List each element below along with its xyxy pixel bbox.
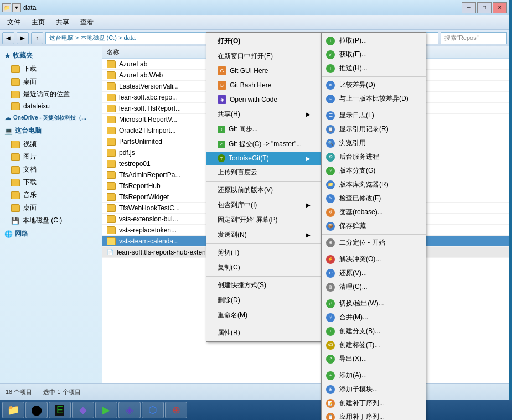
taskbar-red[interactable]: ⊕ bbox=[165, 402, 187, 418]
log-icon: ☰ bbox=[326, 111, 335, 120]
sub-daemon[interactable]: ⚙ 后台服务进程 bbox=[322, 150, 426, 164]
sub-check-modified[interactable]: ✎ 检查已修改(F) bbox=[322, 191, 426, 205]
sub-switch[interactable]: ⇄ 切换/检出(W)... bbox=[322, 297, 426, 310]
ctx-send-to[interactable]: 发送到(N) ▶ bbox=[206, 227, 322, 242]
sub-clean[interactable]: 🗑 清理(C)... bbox=[322, 280, 426, 294]
folder-icon bbox=[107, 71, 116, 79]
ctx-open-new-window[interactable]: 在新窗口中打开(E) bbox=[206, 49, 322, 64]
close-button[interactable]: ✕ bbox=[493, 2, 507, 13]
ctx-cut[interactable]: 剪切(T) bbox=[206, 245, 322, 260]
ctx-rename[interactable]: 重命名(M) bbox=[206, 308, 322, 323]
sub-label: 显示引用记录(R) bbox=[339, 125, 389, 134]
branch-icon: ⑂ bbox=[326, 167, 335, 175]
sub-format-patch[interactable]: 📝 创建补丁序列... bbox=[322, 396, 426, 410]
sidebar-section-thispc[interactable]: 💻 这台电脑 bbox=[0, 124, 102, 138]
sidebar-section-favorites[interactable]: ★ 收藏夹 bbox=[0, 49, 102, 63]
sub-bisect-start[interactable]: ⊕ 二分定位 - 开始 bbox=[322, 236, 426, 250]
sidebar-item-music[interactable]: 音乐 bbox=[0, 189, 102, 201]
sidebar-item-documents[interactable]: 文档 bbox=[0, 163, 102, 176]
sidebar-section-network[interactable]: 🌐 网络 bbox=[0, 227, 102, 241]
sub-add[interactable]: + 添加(A)... bbox=[322, 369, 426, 382]
minimize-button[interactable]: ─ bbox=[462, 2, 476, 13]
sub-stash[interactable]: 📦 保存贮藏 bbox=[322, 219, 426, 233]
taskbar-explorer[interactable]: 📁 bbox=[2, 402, 24, 418]
sidebar-item-desktop2[interactable]: 桌面 bbox=[0, 201, 102, 214]
ctx-label: 包含到库中(I) bbox=[218, 200, 257, 210]
sidebar-section-onedrive[interactable]: ☁ OneDrive - 英捷创软科技（... bbox=[0, 112, 102, 124]
sub-log[interactable]: ☰ 显示日志(L) bbox=[322, 108, 426, 122]
sub-add-submodule[interactable]: ⊞ 添加子模块... bbox=[322, 382, 426, 396]
reflog-icon: 📋 bbox=[326, 125, 335, 134]
sidebar-item-pictures[interactable]: 图片 bbox=[0, 151, 102, 163]
ctx-upload-baidu[interactable]: 上传到百度云 bbox=[206, 165, 322, 180]
ctx-git-commit[interactable]: ✓ Git 提交(C) -> "master"... bbox=[206, 137, 322, 152]
menu-home[interactable]: 主页 bbox=[27, 16, 50, 29]
sub-repo-browser[interactable]: 📁 版本库浏览器(R) bbox=[322, 178, 426, 191]
pull-icon: ↓ bbox=[326, 37, 335, 45]
taskbar-blue[interactable]: ⬡ bbox=[142, 402, 164, 418]
sub-fetch[interactable]: ↙ 获取(E)... bbox=[322, 48, 426, 61]
sidebar-item-videos[interactable]: 视频 bbox=[0, 138, 102, 151]
ctx-delete[interactable]: 删除(D) bbox=[206, 293, 322, 308]
status-bar: 18 个项目 选中 1 个项目 bbox=[0, 383, 509, 400]
menu-share[interactable]: 共享 bbox=[51, 16, 74, 29]
sub-create-tag[interactable]: 🏷 创建标签(T)... bbox=[322, 338, 426, 352]
ctx-include-library[interactable]: 包含到库中(I) ▶ bbox=[206, 198, 322, 212]
file-name: AzureLab.Web bbox=[119, 71, 163, 79]
ctx-pin-start[interactable]: 固定到"开始"屏幕(P) bbox=[206, 212, 322, 227]
taskbar-chrome[interactable]: ⬤ bbox=[25, 402, 48, 418]
sub-reflog[interactable]: 📋 显示引用记录(R) bbox=[322, 122, 426, 136]
search-box[interactable]: 搜索"Repos" bbox=[441, 32, 507, 44]
sub-rebase[interactable]: ↺ 变基(rebase)... bbox=[322, 205, 426, 219]
menu-file[interactable]: 文件 bbox=[2, 16, 25, 29]
separator bbox=[322, 251, 426, 251]
taskbar-editor[interactable]: E bbox=[49, 402, 71, 418]
sub-label: 添加(A)... bbox=[339, 371, 367, 380]
ctx-restore-prev[interactable]: 还原以前的版本(V) bbox=[206, 183, 322, 198]
file-name: testrepo01 bbox=[119, 160, 151, 168]
sub-browse-ref[interactable]: 🔍 浏览引用 bbox=[322, 136, 426, 150]
ctx-create-shortcut[interactable]: 创建快捷方式(S) bbox=[206, 278, 322, 293]
sub-branch[interactable]: ⑂ 版本分支(G) bbox=[322, 164, 426, 178]
ctx-open-with-code[interactable]: ◈ Open with Code bbox=[206, 92, 322, 107]
forward-button[interactable]: ▶ bbox=[17, 32, 29, 44]
taskbar-vs[interactable]: ◆ bbox=[72, 402, 94, 418]
file-name: PartsUnlimited bbox=[119, 138, 162, 146]
ctx-open[interactable]: 打开(O) bbox=[206, 34, 322, 49]
sub-create-branch[interactable]: + 创建分支(B)... bbox=[322, 324, 426, 338]
taskbar-green[interactable]: ▶ bbox=[95, 402, 117, 418]
sub-push[interactable]: ↑ 推送(H)... bbox=[322, 61, 426, 75]
taskbar-vscode[interactable]: ◈ bbox=[118, 402, 141, 418]
sidebar-item-downloads2[interactable]: 下载 bbox=[0, 176, 102, 189]
ctx-copy[interactable]: 复制(C) bbox=[206, 260, 322, 275]
sidebar-item-desktop[interactable]: 桌面 bbox=[0, 75, 102, 88]
sub-resolve[interactable]: ⚡ 解决冲突(O)... bbox=[322, 252, 426, 266]
up-button[interactable]: ↑ bbox=[31, 32, 43, 44]
sidebar-item-localdisk[interactable]: 💾 本地磁盘 (C:) bbox=[0, 214, 102, 227]
maximize-button[interactable]: □ bbox=[477, 2, 492, 13]
sub-label: 合并(M)... bbox=[339, 313, 368, 322]
sub-apply-patch[interactable]: 📋 应用补丁序列... bbox=[322, 410, 426, 420]
sub-diff-prev[interactable]: ≈ 与上一版本比较差异(D) bbox=[322, 92, 426, 106]
sidebar-item-dataleixu[interactable]: dataleixu bbox=[0, 101, 102, 112]
sub-diff[interactable]: ≠ 比较差异(D) bbox=[322, 78, 426, 92]
ctx-tortoisegit[interactable]: T TortoiseGit(T) ▶ bbox=[206, 152, 322, 165]
file-name: Microsoft.ReportV... bbox=[119, 116, 177, 123]
menu-view[interactable]: 查看 bbox=[75, 16, 99, 29]
back-button[interactable]: ◀ bbox=[2, 32, 14, 44]
ctx-git-gui[interactable]: G Git GUI Here bbox=[206, 64, 322, 78]
sidebar-item-downloads[interactable]: 下载 bbox=[0, 63, 102, 75]
sidebar-item-recent[interactable]: 最近访问的位置 bbox=[0, 88, 102, 101]
file-name: AzureLab bbox=[119, 60, 147, 68]
sub-export[interactable]: ↗ 导出(X)... bbox=[322, 352, 426, 366]
sub-revert[interactable]: ↩ 还原(V)... bbox=[322, 266, 426, 280]
ctx-git-bash[interactable]: B Git Bash Here bbox=[206, 78, 322, 92]
sub-merge[interactable]: ⑂ 合并(M)... bbox=[322, 310, 426, 324]
separator bbox=[322, 295, 426, 295]
ctx-git-sync[interactable]: ↕ Git 同步... bbox=[206, 122, 322, 137]
ctx-share[interactable]: 共享(H) ▶ bbox=[206, 107, 322, 122]
ctx-properties[interactable]: 属性(R) bbox=[206, 325, 322, 340]
sub-pull[interactable]: ↓ 拉取(P)... bbox=[322, 34, 426, 48]
separator bbox=[322, 234, 426, 235]
rebase-icon: ↺ bbox=[326, 208, 335, 217]
